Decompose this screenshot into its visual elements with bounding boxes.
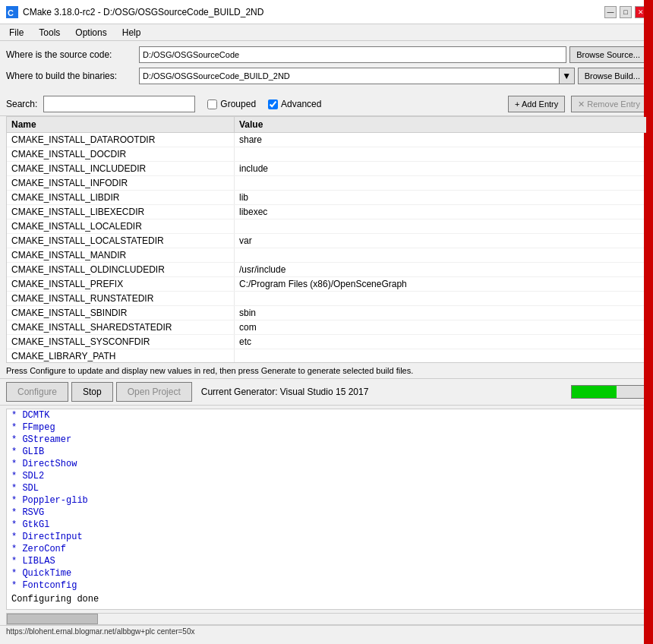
log-line: * Fontconfig [7,579,646,592]
cell-name: CMAKE_INSTALL_SBINDIR [7,306,235,320]
source-label: Where is the source code: [6,49,139,60]
advanced-checkbox[interactable] [268,99,278,109]
table-row[interactable]: CMAKE_INSTALL_DATAROOTDIR share [7,133,646,147]
table-row[interactable]: CMAKE_INSTALL_LOCALEDIR [7,219,646,234]
maximize-button[interactable]: □ [620,6,632,18]
svg-text:C: C [8,8,14,17]
log-line: * LIBLAS [7,555,646,567]
table-row[interactable]: CMAKE_INSTALL_SBINDIR sbin [7,306,646,320]
status-bottom-bar: https://blohent.ernal.blogmar.net/albbgw… [0,625,653,637]
browse-build-button[interactable]: Browse Build... [578,68,647,84]
cell-name: CMAKE_INSTALL_DATAROOTDIR [7,133,235,147]
log-line: * DirectShow [7,458,646,470]
cell-value: /usr/include [235,263,646,276]
cell-name: CMAKE_INSTALL_LOCALEDIR [7,219,235,233]
table-row[interactable]: CMAKE_INSTALL_PREFIX C:/Program Files (x… [7,277,646,292]
table-row[interactable]: CMAKE_INSTALL_OLDINCLUDEDIR /usr/include [7,263,646,277]
log-line: * GLIB [7,446,646,458]
configure-button[interactable]: Configure [6,382,68,402]
build-input[interactable] [139,68,560,84]
menu-tools[interactable]: Tools [33,26,66,39]
log-body: * DCMTK* FFmpeg* GStreamer* GLIB* Direct… [7,409,646,605]
log-line: * Poppler-glib [7,494,646,507]
cmake-table[interactable]: Name Value CMAKE_INSTALL_DATAROOTDIR sha… [6,116,647,363]
menu-bar: File Tools Options Help [0,24,653,41]
log-line: * RSVG [7,507,646,519]
remove-entry-button[interactable]: ✕ Remove Entry [571,96,647,112]
log-line: * SDL [7,482,646,494]
cell-value: lib [235,191,646,204]
cell-name: CMAKE_INSTALL_SHAREDSTATEDIR [7,320,235,334]
add-entry-button[interactable]: + Add Entry [508,96,565,112]
search-row: Search: Grouped Advanced + Add Entry ✕ R… [0,93,653,116]
cell-value [235,147,646,161]
table-row[interactable]: CMAKE_INSTALL_SYSCONFDIR etc [7,335,646,349]
table-body: CMAKE_INSTALL_DATAROOTDIR share CMAKE_IN… [7,133,646,363]
column-name-header: Name [7,117,235,132]
progress-bar-fill [572,386,617,398]
scrollbar-thumb[interactable] [7,614,98,624]
status-message: Press Configure to update and display ne… [0,363,653,378]
cell-value: com [235,320,646,334]
generator-text: Current Generator: Visual Studio 15 2017 [201,387,369,397]
log-line: * QuickTime [7,567,646,579]
menu-options[interactable]: Options [69,26,112,39]
stop-button[interactable]: Stop [71,382,113,402]
menu-file[interactable]: File [3,26,30,39]
app-icon: C [6,6,18,18]
cell-name: CMAKE_INSTALL_OLDINCLUDEDIR [7,263,235,276]
cell-name: CMAKE_INSTALL_PREFIX [7,277,235,291]
cell-name: CMAKE_INSTALL_INCLUDEDIR [7,162,235,175]
open-project-button[interactable]: Open Project [116,382,192,402]
cell-name: CMAKE_INSTALL_SYSCONFDIR [7,335,235,349]
cell-name: CMAKE_INSTALL_LIBEXECDIR [7,205,235,219]
cell-name: CMAKE_LIBRARY_PATH [7,349,235,363]
search-label: Search: [6,99,37,109]
cell-value [235,219,646,233]
source-row: Where is the source code: Browse Source.… [6,46,647,64]
log-line: * DirectInput [7,531,646,543]
cell-value [235,248,646,262]
table-row[interactable]: CMAKE_INSTALL_INFODIR [7,176,646,191]
log-line: * GStreamer [7,434,646,446]
advanced-label[interactable]: Advanced [281,99,321,109]
search-input[interactable] [43,96,195,112]
table-row[interactable]: CMAKE_INSTALL_RUNSTATEDIR [7,292,646,306]
window-title: CMake 3.18.0-rc2 - D:/OSG/OSGSourceCode_… [23,7,604,17]
menu-help[interactable]: Help [116,26,147,39]
build-label: Where to build the binaries: [6,71,139,81]
cell-value [235,349,646,363]
table-row[interactable]: CMAKE_INSTALL_MANDIR [7,248,646,263]
browse-source-button[interactable]: Browse Source... [569,46,647,63]
log-container[interactable]: * DCMTK* FFmpeg* GStreamer* GLIB* Direct… [6,409,647,610]
table-row[interactable]: CMAKE_INSTALL_LOCALSTATEDIR var [7,234,646,248]
window-controls: — □ ✕ [604,6,647,18]
cell-value: libexec [235,205,646,219]
advanced-checkbox-group: Advanced [268,99,321,109]
grouped-label[interactable]: Grouped [220,99,256,109]
cell-value: include [235,162,646,175]
grouped-checkbox[interactable] [207,99,217,109]
cell-value [235,292,646,305]
cell-value: sbin [235,306,646,320]
table-row[interactable]: CMAKE_INSTALL_LIBEXECDIR libexec [7,205,646,219]
table-row[interactable]: CMAKE_INSTALL_DOCDIR [7,147,646,162]
cell-value: C:/Program Files (x86)/OpenSceneGraph [235,277,646,291]
cell-value: etc [235,335,646,349]
minimize-button[interactable]: — [604,6,617,18]
cell-name: CMAKE_INSTALL_DOCDIR [7,147,235,161]
log-line: Configuring done [7,593,646,605]
table-row[interactable]: CMAKE_INSTALL_INCLUDEDIR include [7,162,646,176]
title-bar: C CMake 3.18.0-rc2 - D:/OSG/OSGSourceCod… [0,0,653,24]
source-section: Where is the source code: Browse Source.… [0,41,653,93]
progress-bar-container [571,385,647,399]
build-dropdown-button[interactable]: ▼ [560,68,575,84]
red-sidebar [644,0,653,644]
grouped-checkbox-group: Grouped [207,99,256,109]
table-row[interactable]: CMAKE_LIBRARY_PATH [7,349,646,363]
source-input[interactable] [139,46,566,63]
table-row[interactable]: CMAKE_INSTALL_SHAREDSTATEDIR com [7,320,646,335]
horizontal-scrollbar[interactable] [6,613,647,625]
table-row[interactable]: CMAKE_INSTALL_LIBDIR lib [7,191,646,205]
cell-value: var [235,234,646,248]
